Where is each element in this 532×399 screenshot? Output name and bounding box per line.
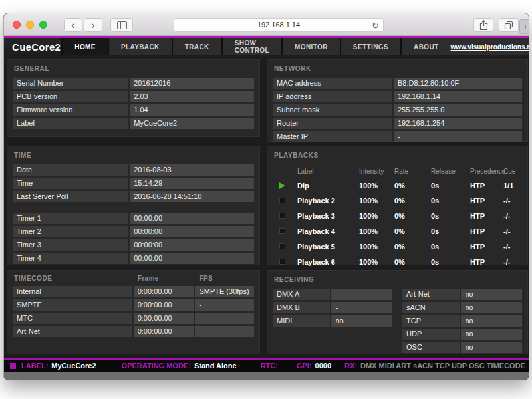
sidebar-toggle-button[interactable] <box>110 18 133 32</box>
column-header-cue: Cue <box>503 168 522 175</box>
address-bar[interactable]: 192.168.1.14 ↻ <box>174 18 384 32</box>
status-gpi-value: 0000 <box>315 362 331 370</box>
row-label: Date <box>13 164 128 176</box>
table-row: Art-Netno <box>402 289 522 300</box>
tab-home[interactable]: HOME <box>63 38 108 55</box>
row-value: 0:00:00.00 <box>134 286 194 297</box>
row-value: 0:00:00.00 <box>134 299 194 311</box>
table-row: LabelMyCueCore2 <box>13 118 254 129</box>
playback-rate: 0% <box>394 197 431 205</box>
back-button[interactable]: ‹ <box>64 18 82 32</box>
playback-intensity: 100% <box>359 258 394 266</box>
stop-icon <box>279 243 285 249</box>
network-table: MAC addressB8:D8:12:80:10:0FIP address19… <box>273 78 522 142</box>
row-value: 0:00:00.00 <box>134 313 194 324</box>
table-row: Art-Net0:00:00.00- <box>13 326 254 337</box>
row-value: 255.255.255.0 <box>394 104 522 116</box>
share-icon <box>479 20 488 31</box>
panel-title: TIME <box>14 152 254 159</box>
table-row: Firmware version1.04 <box>13 104 254 116</box>
playback-release: 0s <box>431 212 470 220</box>
row-label: Last Server Poll <box>13 191 128 202</box>
status-label-key: LABEL: <box>21 362 48 370</box>
row-value: no <box>461 289 522 300</box>
tab-track[interactable]: TRACK <box>173 38 221 55</box>
table-row: MTC0:00:00.00- <box>13 313 254 324</box>
tab-settings[interactable]: SETTINGS <box>341 38 400 55</box>
status-square-icon <box>10 363 16 369</box>
panel-general: GENERAL Serial Number201612016PCB versio… <box>7 59 260 137</box>
row-value: - <box>394 131 522 142</box>
row-label: Timer 1 <box>13 213 128 224</box>
panel-title: RECEIVING <box>274 276 522 283</box>
minimize-window-button[interactable] <box>26 21 34 29</box>
status-bar: LABEL: MyCueCore2 OPERATING MODE: Stand … <box>4 358 529 372</box>
column-header-intensity: Intensity <box>359 168 394 175</box>
row-label: MAC address <box>273 78 392 89</box>
row-value: 192.168.1.14 <box>394 91 522 102</box>
table-row: Timer 300:00:00 <box>13 239 254 251</box>
playback-row: Playback 3100%0%0sHTP-/- <box>273 208 522 223</box>
tab-monitor[interactable]: MONITOR <box>283 38 340 55</box>
table-row: Internal0:00:00.00SMPTE (30fps) <box>13 286 254 297</box>
row-value: 00:00:00 <box>130 213 254 224</box>
site-link-box: www.visualproductions.nl <box>451 38 529 55</box>
column-header-label: Label <box>297 168 359 175</box>
panel-title: PLAYBACKS <box>274 152 522 159</box>
row-value: B8:D8:12:80:10:0F <box>394 78 522 89</box>
playback-cue: -/- <box>503 243 522 251</box>
timecode-header-row: TIMECODE Frame FPS <box>13 275 254 282</box>
share-button[interactable] <box>473 18 493 32</box>
table-row: DMX A- <box>273 289 392 300</box>
row-value: 00:00:00 <box>130 239 254 251</box>
row-label: Timer 2 <box>13 226 128 237</box>
time-timers-table: Timer 100:00:00Timer 200:00:00Timer 300:… <box>13 213 254 264</box>
playback-row: Playback 5100%0%0sHTP-/- <box>273 239 522 254</box>
reload-icon[interactable]: ↻ <box>372 19 379 32</box>
status-mode-key: OPERATING MODE: <box>122 362 191 370</box>
row-label: Subnet mask <box>273 104 392 116</box>
playback-intensity: 100% <box>359 197 394 205</box>
row-label: UDP <box>402 329 460 340</box>
panel-time: TIME Date2016-08-03Time15:14:29Last Serv… <box>7 146 260 265</box>
playback-rate: 0% <box>394 182 431 190</box>
panel-network: NETWORK MAC addressB8:D8:12:80:10:0FIP a… <box>267 59 528 142</box>
zoom-window-button[interactable] <box>39 21 47 29</box>
row-value: no <box>461 315 522 327</box>
row-label: OSC <box>402 342 460 353</box>
table-row: sACNno <box>402 302 522 313</box>
row-label: MTC <box>13 313 132 324</box>
tab-about[interactable]: ABOUT <box>402 38 451 55</box>
tab-show-control[interactable]: SHOW CONTROL <box>223 38 281 55</box>
row-label: Internal <box>13 286 132 297</box>
row-label: PCB version <box>13 91 128 102</box>
page-content: GENERAL Serial Number201612016PCB versio… <box>4 55 529 358</box>
tab-playback[interactable]: PLAYBACK <box>109 38 172 55</box>
table-row: Router192.168.1.254 <box>273 118 522 129</box>
new-tab-button[interactable]: + <box>519 19 529 34</box>
row-value: 0:00:00.00 <box>134 326 194 337</box>
playback-label: Playback 3 <box>297 212 359 220</box>
column-header-rate: Rate <box>394 168 431 175</box>
close-window-button[interactable] <box>13 21 21 29</box>
panel-playbacks: PLAYBACKS LabelIntensityRateReleasePrece… <box>267 146 528 265</box>
playback-release: 0s <box>431 227 470 235</box>
playback-row: Playback 6100%0%0sHTP-/- <box>273 254 522 269</box>
row-label: SMPTE <box>13 299 132 311</box>
table-row: Timer 400:00:00 <box>13 253 254 264</box>
table-row: IP address192.168.1.14 <box>273 91 522 102</box>
row-value: 2016-08-03 <box>130 164 254 176</box>
table-row: Last Server Poll2016-06-28 14:51:10 <box>13 191 254 202</box>
table-row: SMPTE0:00:00.00- <box>13 299 254 311</box>
stop-icon <box>279 228 285 234</box>
playback-release: 0s <box>431 243 470 251</box>
tab-overview-button[interactable] <box>499 18 519 32</box>
vendor-link[interactable]: www.visualproductions.nl <box>451 43 529 51</box>
row-label: Label <box>13 118 128 129</box>
playback-cue: -/- <box>503 227 522 235</box>
playbacks-header-row: LabelIntensityRateReleasePrecedenceCue <box>273 164 522 178</box>
playback-label: Dip <box>297 182 359 190</box>
playback-row: Dip100%0%0sHTP1/1 <box>273 178 522 193</box>
row-value: no <box>331 315 392 327</box>
forward-button[interactable]: › <box>84 18 102 32</box>
